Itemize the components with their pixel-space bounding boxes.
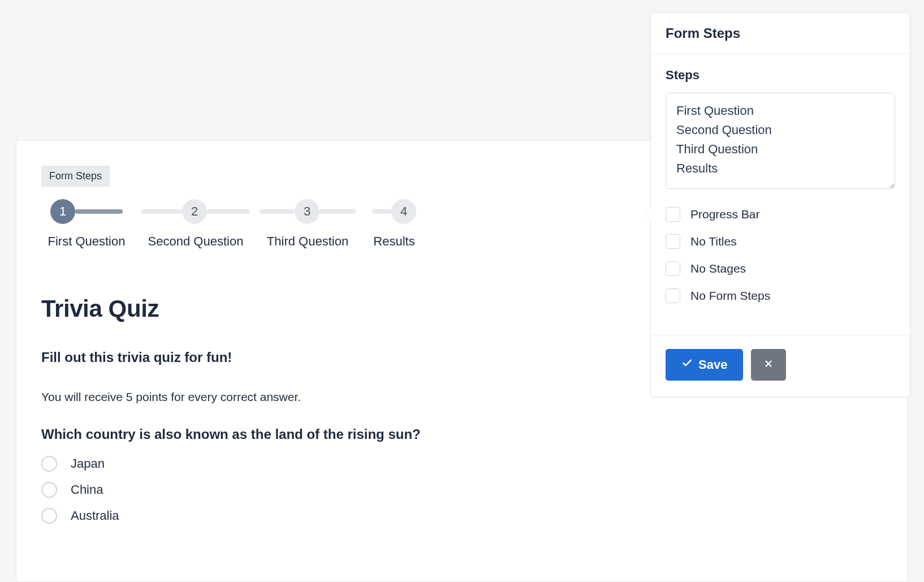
check-icon bbox=[681, 357, 693, 372]
step-bar-2a bbox=[207, 209, 250, 214]
step-bar-1a bbox=[75, 209, 123, 214]
step-bar-1b bbox=[141, 209, 182, 214]
checkbox-icon bbox=[666, 261, 680, 276]
radio-icon bbox=[41, 508, 57, 524]
save-button[interactable]: Save bbox=[666, 349, 743, 381]
option-china[interactable]: China bbox=[41, 482, 883, 498]
step-label-3: Third Question bbox=[267, 234, 348, 249]
checkbox-icon bbox=[666, 234, 680, 249]
step-circle-2: 2 bbox=[182, 199, 207, 224]
form-steps-chip[interactable]: Form Steps bbox=[41, 166, 110, 187]
option-label: Japan bbox=[71, 456, 105, 471]
option-no-form-steps[interactable]: No Form Steps bbox=[666, 288, 895, 303]
steps-label: Steps bbox=[666, 68, 895, 83]
step-bar-2b bbox=[260, 209, 295, 214]
option-progress-bar[interactable]: Progress Bar bbox=[666, 207, 895, 222]
option-japan[interactable]: Japan bbox=[41, 456, 883, 472]
check-label: Progress Bar bbox=[690, 208, 760, 221]
step-3[interactable]: 3 Third Question bbox=[260, 199, 356, 249]
option-no-titles[interactable]: No Titles bbox=[666, 234, 895, 249]
step-circle-4: 4 bbox=[391, 199, 416, 224]
step-label-1: First Question bbox=[48, 234, 126, 249]
checkbox-icon bbox=[666, 207, 680, 222]
step-label-4: Results bbox=[373, 234, 414, 249]
step-1[interactable]: 1 First Question bbox=[41, 199, 132, 249]
check-label: No Stages bbox=[690, 262, 746, 275]
quiz-options: Japan China Australia bbox=[41, 456, 883, 524]
step-bar-3b bbox=[372, 209, 391, 214]
checkbox-icon bbox=[666, 288, 680, 303]
step-2[interactable]: 2 Second Question bbox=[142, 199, 249, 249]
option-australia[interactable]: Australia bbox=[41, 508, 883, 524]
check-label: No Form Steps bbox=[690, 289, 770, 303]
save-button-label: Save bbox=[698, 357, 727, 372]
close-button[interactable] bbox=[751, 349, 786, 381]
step-circle-1: 1 bbox=[50, 199, 75, 224]
steps-textarea[interactable] bbox=[666, 93, 895, 189]
step-circle-3: 3 bbox=[295, 199, 319, 224]
step-bar-3a bbox=[319, 209, 356, 214]
check-label: No Titles bbox=[690, 235, 737, 248]
panel-options: Progress Bar No Titles No Stages No Form… bbox=[666, 207, 895, 303]
step-label-2: Second Question bbox=[148, 234, 244, 249]
option-label: Australia bbox=[71, 508, 119, 523]
panel-header: Form Steps bbox=[651, 13, 910, 54]
quiz-question: Which country is also known as the land … bbox=[41, 426, 883, 442]
step-4[interactable]: 4 Results bbox=[366, 199, 422, 249]
close-icon bbox=[763, 357, 774, 372]
radio-icon bbox=[41, 482, 57, 498]
panel-footer: Save bbox=[651, 335, 910, 396]
form-steps-panel: Form Steps Steps Progress Bar No Titles … bbox=[650, 12, 910, 397]
option-label: China bbox=[71, 482, 103, 497]
radio-icon bbox=[41, 456, 57, 472]
option-no-stages[interactable]: No Stages bbox=[666, 261, 895, 276]
panel-body: Steps Progress Bar No Titles No Stages N… bbox=[651, 54, 910, 320]
